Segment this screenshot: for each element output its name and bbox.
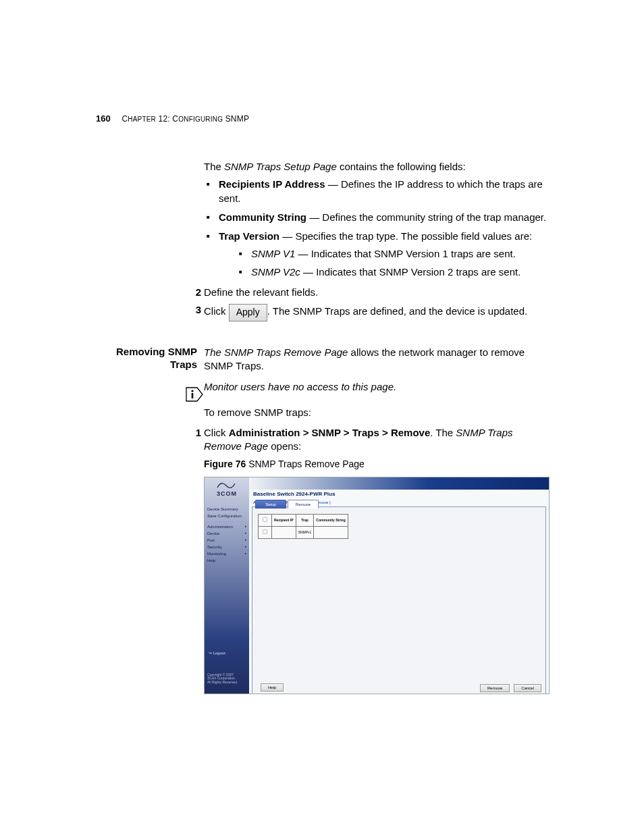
step-number: 2 xyxy=(192,286,201,299)
logout-icon: ↪ xyxy=(209,651,212,655)
page-header: 160 CHAPTER 12: CONFIGURING SNMP xyxy=(96,113,249,124)
apply-button[interactable]: Apply xyxy=(229,304,267,321)
logout-link[interactable]: ↪ Logout xyxy=(209,650,225,656)
sidebar-items: Device Summary Save Configuration Admini… xyxy=(205,506,249,564)
svg-point-1 xyxy=(191,390,193,392)
step-list: 2 Define the relevant fields. 3 Click Ap… xyxy=(204,286,548,321)
col-community-string: Community String xyxy=(314,515,348,527)
screenshot-sidebar: 3COM Device Summary Save Configuration A… xyxy=(205,477,249,694)
help-button-wrap: Help xyxy=(261,679,284,692)
list-item: Trap Version — Specifies the trap type. … xyxy=(204,230,548,279)
cell-recipient-ip xyxy=(272,527,296,539)
info-icon xyxy=(185,386,204,402)
sidebar-item[interactable]: Device Summary xyxy=(205,506,249,513)
to-remove-line: To remove SNMP traps: xyxy=(204,406,545,419)
col-check xyxy=(259,515,272,527)
nested-list: SNMP V1 — Indicates that SNMP Version 1 … xyxy=(219,247,548,279)
logo-3com: 3COM xyxy=(205,490,249,498)
step-number: 3 xyxy=(192,303,201,317)
screenshot-main: Baseline Switch 2924-PWR Plus Administra… xyxy=(249,477,549,694)
figure-label: Figure 76 SNMP Traps Remove Page xyxy=(204,458,545,471)
list-item: Community String — Defines the community… xyxy=(204,211,548,224)
copyright: Copyright © 2007 3Com Corporation. All R… xyxy=(207,673,238,685)
list-item: Recipients IP Address — Defines the IP a… xyxy=(204,178,548,205)
figure-screenshot: 3COM Device Summary Save Configuration A… xyxy=(204,477,549,694)
step-item: 2 Define the relevant fields. xyxy=(204,286,548,299)
intro-paragraph: The SNMP Traps Setup Page contains the f… xyxy=(204,160,548,174)
screenshot-work-area: Setup Remove Recipient IP Trap Community… xyxy=(252,506,546,694)
screenshot-title: Baseline Switch 2924-PWR Plus xyxy=(249,490,549,500)
row-checkbox[interactable] xyxy=(263,529,267,534)
list-item: SNMP V1 — Indicates that SNMP Version 1 … xyxy=(219,247,548,261)
section-removing-snmp-traps: Removing SNMP Traps The SNMP Traps Remov… xyxy=(103,346,545,694)
traps-table: Recipient IP Trap Community String SNMPv… xyxy=(258,514,348,539)
cell-trap: SNMPv1 xyxy=(296,527,314,539)
bottom-buttons: Remove Cancel xyxy=(480,684,541,692)
svg-marker-0 xyxy=(186,388,203,401)
tab-setup[interactable]: Setup xyxy=(255,500,286,509)
chapter-line: CHAPTER 12: CONFIGURING SNMP xyxy=(122,114,249,124)
section-intro: The SNMP Traps Remove Page allows the ne… xyxy=(204,346,545,373)
svg-rect-2 xyxy=(192,393,194,398)
list-item: SNMP V2c — Indicates that SNMP Version 2… xyxy=(219,265,548,279)
col-trap: Trap xyxy=(296,515,314,527)
remove-step-list: 1 Click Administration > SNMP > Traps > … xyxy=(204,426,545,454)
field-list: Recipients IP Address — Defines the IP a… xyxy=(204,178,548,279)
tabs: Setup Remove xyxy=(255,500,319,508)
step-item: 3 Click Apply. The SNMP Traps are define… xyxy=(204,303,548,321)
remove-button[interactable]: Remove xyxy=(480,684,510,692)
page-content: 160 CHAPTER 12: CONFIGURING SNMP The SNM… xyxy=(0,0,644,834)
sidebar-item[interactable]: Save Configuration xyxy=(205,513,249,519)
help-button[interactable]: Help xyxy=(261,683,284,692)
screenshot-topbar xyxy=(249,477,549,490)
step-item: 1 Click Administration > SNMP > Traps > … xyxy=(204,426,545,454)
table-row: SNMPv1 xyxy=(259,527,348,539)
body-text: The SNMP Traps Setup Page contains the f… xyxy=(204,160,548,325)
col-recipient-ip: Recipient IP xyxy=(272,515,296,527)
cancel-button[interactable]: Cancel xyxy=(514,684,541,692)
sidebar-item[interactable]: Security xyxy=(205,544,249,550)
page-number: 160 xyxy=(96,113,111,124)
cell-community-string xyxy=(314,527,348,539)
sidebar-item[interactable]: Help xyxy=(205,557,249,564)
sidebar-item[interactable]: Monitoring xyxy=(205,550,249,557)
select-all-checkbox[interactable] xyxy=(263,518,267,523)
monitor-note: Monitor users have no access to this pag… xyxy=(204,380,545,394)
sidebar-item[interactable]: Administration xyxy=(205,523,249,530)
sidebar-item[interactable]: Device xyxy=(205,530,249,537)
step-number: 1 xyxy=(192,426,201,440)
tab-remove[interactable]: Remove xyxy=(288,500,319,509)
section-heading: Removing SNMP Traps xyxy=(103,346,197,371)
section-body: The SNMP Traps Remove Page allows the ne… xyxy=(204,346,545,694)
sidebar-item[interactable]: Port xyxy=(205,537,249,544)
